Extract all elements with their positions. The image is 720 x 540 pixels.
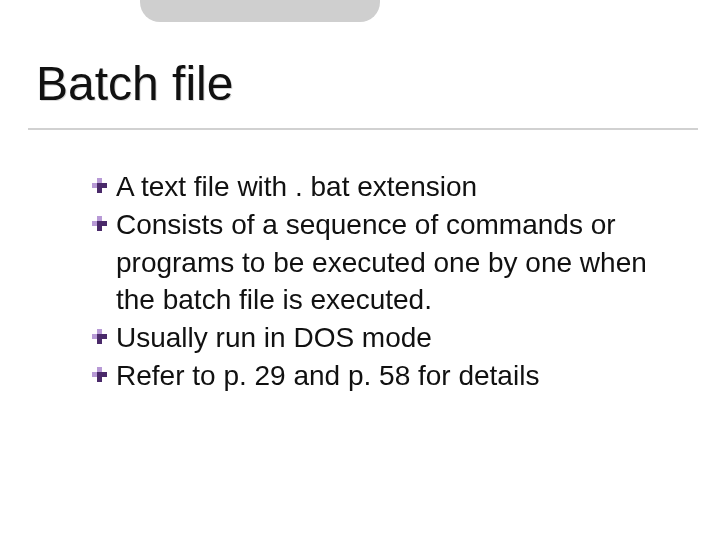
bullet-list: A text file with . bat extension Consist… <box>92 168 670 395</box>
list-item: Refer to p. 29 and p. 58 for details <box>92 357 670 395</box>
bullet-icon <box>92 178 107 193</box>
list-item-text: Usually run in DOS mode <box>116 322 432 353</box>
bullet-icon <box>92 216 107 231</box>
list-item: Usually run in DOS mode <box>92 319 670 357</box>
list-item-text: Consists of a sequence of commands or pr… <box>116 209 647 316</box>
list-item-text: A text file with . bat extension <box>116 171 477 202</box>
list-item-text: Refer to p. 29 and p. 58 for details <box>116 360 539 391</box>
bullet-icon <box>92 367 107 382</box>
title-underline <box>28 128 698 130</box>
slide-body: A text file with . bat extension Consist… <box>92 168 670 395</box>
bullet-icon <box>92 329 107 344</box>
slide: Batch file A text file with . bat extens… <box>0 0 720 540</box>
list-item: Consists of a sequence of commands or pr… <box>92 206 670 319</box>
slide-title: Batch file <box>36 58 233 111</box>
list-item: A text file with . bat extension <box>92 168 670 206</box>
